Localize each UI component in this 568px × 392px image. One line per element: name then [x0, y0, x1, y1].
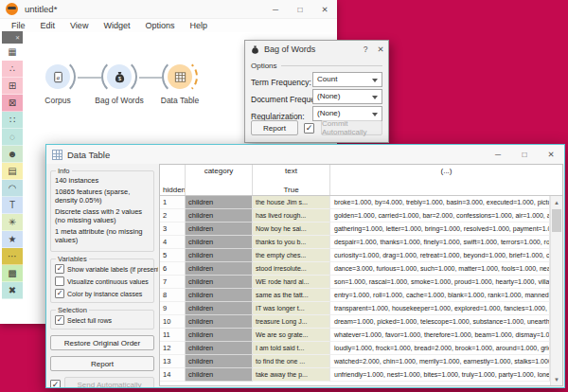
toolbox-dock-header[interactable]: ✕: [2, 31, 23, 44]
text-cell[interactable]: has lived rough...: [253, 209, 330, 223]
table-row[interactable]: 7childrenWE rode hard al...son=1.000, ra…: [160, 276, 550, 289]
bow-titlebar[interactable]: Bag of Words ? ✕: [245, 41, 388, 58]
toolbox-prototypes-icon[interactable]: ★: [2, 231, 23, 248]
table-row[interactable]: 8childrensame as the tatt...entry=1.000,…: [160, 289, 550, 302]
category-cell[interactable]: children: [186, 289, 253, 302]
category-cell[interactable]: children: [186, 196, 253, 209]
scroll-down-icon[interactable]: ▼: [551, 373, 562, 385]
close-button[interactable]: ✕: [538, 145, 564, 164]
close-button[interactable]: ✕: [373, 45, 388, 54]
category-cell[interactable]: children: [186, 355, 253, 368]
workflow-node-data-table[interactable]: Data Table: [150, 64, 210, 105]
text-cell[interactable]: IT was longer t...: [253, 302, 330, 315]
menu-help[interactable]: Help: [182, 19, 215, 32]
features-cell[interactable]: unfriendly=1.000, nest=1.000, bites=1.00…: [330, 368, 550, 382]
table-row[interactable]: 10childrentreasure Long J...dream=1.000,…: [160, 315, 550, 329]
minimize-button[interactable]: ─: [263, 0, 288, 18]
vertical-scrollbar[interactable]: ▲ ▼: [550, 196, 562, 385]
menu-options[interactable]: Options: [137, 19, 182, 32]
toolbox-spectroscopy-icon[interactable]: ◠: [2, 180, 23, 197]
table-row[interactable]: 11childrenWe are so grate...whatever=1.0…: [160, 329, 550, 342]
category-cell[interactable]: children: [186, 223, 253, 236]
row-number[interactable]: 6: [160, 262, 186, 276]
row-number[interactable]: 10: [160, 315, 186, 329]
row-number[interactable]: 14: [160, 368, 186, 382]
table-row[interactable]: 13childrento find the one ...watched=2.0…: [160, 355, 550, 368]
row-number[interactable]: 3: [160, 223, 186, 236]
text-cell[interactable]: We are so grate...: [253, 329, 330, 342]
help-button[interactable]: ?: [358, 45, 373, 54]
document-frequency-dropdown[interactable]: (None): [312, 89, 382, 104]
table-row[interactable]: 12childrenI am told said t...loudly=1.00…: [160, 342, 550, 355]
text-cell[interactable]: Now boy he sai...: [253, 223, 330, 236]
checkbox[interactable]: ✓: [55, 264, 64, 274]
scrollbar-thumb[interactable]: [552, 209, 561, 232]
table-row[interactable]: 1childrenthe house Jim s...broke=1.000, …: [160, 196, 550, 209]
checkbox[interactable]: ✓: [55, 289, 64, 298]
toolbox-clustering-icon[interactable]: ◌: [2, 129, 23, 146]
report-button[interactable]: Report: [50, 356, 154, 371]
main-titlebar[interactable]: untitled* ─ □ ✕: [0, 0, 337, 19]
text-cell[interactable]: same as the tatt...: [253, 289, 330, 302]
menu-file[interactable]: File: [4, 19, 33, 32]
features-cell[interactable]: dance=3.000, furious=1.000, such=1.000, …: [330, 262, 550, 276]
table-row[interactable]: 4childrenthanks to you b...despair=1.000…: [160, 236, 550, 249]
toolbox-visualize-icon[interactable]: ∴: [2, 61, 23, 78]
text-cell[interactable]: WE rode hard al...: [253, 276, 330, 289]
term-frequency-dropdown[interactable]: Count: [312, 72, 382, 87]
row-number[interactable]: 7: [160, 276, 186, 289]
checkbox[interactable]: ✓: [55, 315, 64, 325]
send-automatically-button[interactable]: Send Automatically: [64, 377, 154, 387]
menu-view[interactable]: View: [62, 19, 96, 32]
category-cell[interactable]: children: [186, 315, 253, 329]
features-cell[interactable]: son=1.000, rascal=1.000, smoke=1.000, pr…: [330, 276, 550, 289]
commit-auto-checkbox[interactable]: ✓: [304, 123, 314, 134]
category-cell[interactable]: children: [186, 262, 253, 276]
toolbox-timeseries-icon[interactable]: ⋯: [2, 248, 23, 265]
send-auto-checkbox[interactable]: ✓: [50, 380, 61, 388]
maximize-button[interactable]: □: [511, 145, 538, 164]
text-cell[interactable]: stood irresolute...: [253, 262, 330, 276]
features-cell[interactable]: loudly=1.000, frock=1.000, bread=2.000, …: [330, 342, 550, 355]
text-cell[interactable]: to find the one ...: [253, 355, 330, 368]
toolbox-evaluate-icon[interactable]: ⊠: [2, 95, 23, 112]
column-header-category[interactable]: category: [186, 165, 253, 195]
scroll-up-icon[interactable]: ▲: [551, 196, 562, 208]
row-number[interactable]: 4: [160, 236, 186, 249]
toolbox-explain-icon[interactable]: ✳: [2, 214, 23, 231]
features-cell[interactable]: dream=1.000, picked=1.000, telescope=1.0…: [330, 315, 550, 329]
row-number[interactable]: 5: [160, 249, 186, 262]
column-header-features[interactable]: (...): [330, 165, 562, 195]
table-row[interactable]: 5childrenthe empty ches...curiosity=1.00…: [160, 249, 550, 262]
table-row[interactable]: 6childrenstood irresolute...dance=3.000,…: [160, 262, 550, 276]
category-cell[interactable]: children: [186, 236, 253, 249]
features-cell[interactable]: whatever=1.000, favor=1.000, therefore=1…: [330, 329, 550, 342]
column-header-text[interactable]: text True: [253, 165, 330, 195]
toolbox-networks-icon[interactable]: ✖: [2, 282, 23, 299]
menu-edit[interactable]: Edit: [33, 19, 63, 32]
minimize-button[interactable]: ─: [485, 145, 511, 164]
commit-automatically-button[interactable]: Commit Automatically: [321, 120, 382, 135]
table-row[interactable]: 3childrenNow boy he sai...gathering=1.00…: [160, 223, 550, 236]
row-number[interactable]: 1: [160, 196, 186, 209]
workflow-node-bag-of-words[interactable]: $ Bag of Words: [89, 64, 150, 105]
corner-header-cell[interactable]: hidden: [160, 165, 186, 195]
toolbox-image-analytics-icon[interactable]: ▤: [2, 163, 23, 180]
features-cell[interactable]: transparent=1.000, housekeeper=1.000, ex…: [330, 302, 550, 315]
table-row[interactable]: 14childrentake away the p...unfriendly=1…: [160, 368, 550, 382]
toolbox-data-icon[interactable]: ▦: [2, 44, 23, 61]
report-button[interactable]: Report: [251, 120, 298, 135]
features-cell[interactable]: watched=2.000, chin=1.000, merrily=1.000…: [330, 355, 550, 368]
text-cell[interactable]: treasure Long J...: [253, 315, 330, 329]
table-row[interactable]: 9childrenIT was longer t...transparent=1…: [160, 302, 550, 315]
toolbox-educational-icon[interactable]: ☻: [2, 146, 23, 163]
row-number[interactable]: 11: [160, 329, 186, 342]
features-cell[interactable]: entry=1.000, roll=1.000, cache=1.000, bl…: [330, 289, 550, 302]
toolbox-model-icon[interactable]: ⊞: [2, 78, 23, 95]
features-cell[interactable]: despair=1.000, thanks=1.000, finely=1.00…: [330, 236, 550, 249]
workflow-node-corpus[interactable]: a Corpus: [27, 64, 88, 105]
features-cell[interactable]: broke=1.000, by=4.000, trebly=1.000, bas…: [330, 196, 550, 209]
toolbox-geo-icon[interactable]: ▩: [2, 265, 23, 282]
row-number[interactable]: 12: [160, 342, 186, 355]
text-cell[interactable]: the empty ches...: [253, 249, 330, 262]
